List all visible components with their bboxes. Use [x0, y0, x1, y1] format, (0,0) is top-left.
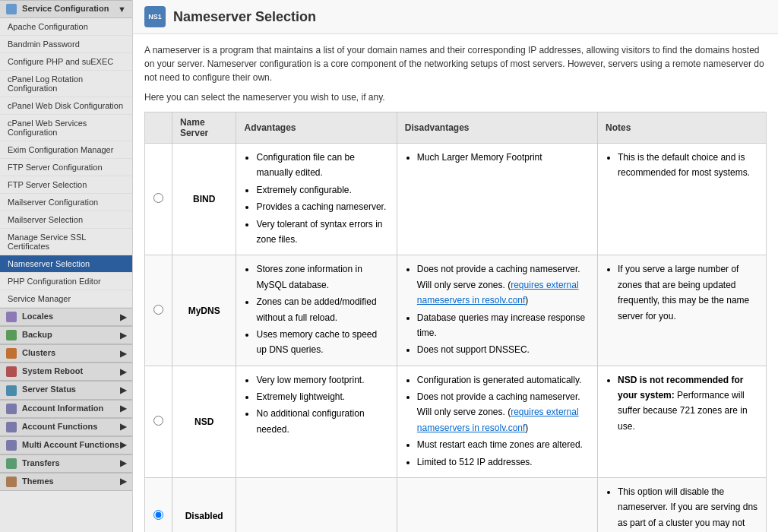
themes-label: Themes: [22, 477, 54, 486]
chevron-right-icon10: ▶: [120, 477, 126, 486]
server-status-icon: [6, 385, 17, 396]
disabled-radio-cell[interactable]: [145, 478, 172, 532]
sidebar-item-bandmin[interactable]: Bandmin Password: [0, 36, 132, 53]
nsd-disadvantages: Configuration is generated automatically…: [397, 366, 597, 477]
multi-account-icon: [6, 440, 17, 451]
locales-icon: [6, 312, 17, 322]
disabled-advantages: [236, 478, 397, 532]
page-icon: NS1: [144, 6, 166, 27]
mydns-radio-cell[interactable]: [145, 255, 172, 366]
bind-radio[interactable]: [153, 193, 163, 203]
nameserver-table: Name Server Advantages Disadvantages Not…: [144, 112, 767, 532]
table-header-advantages: Advantages: [236, 112, 397, 144]
sidebar: Service Configuration ▼ Apache Configura…: [0, 0, 133, 532]
table-header-radio: [145, 112, 172, 144]
nsd-notes: NSD is not recommended for your system: …: [598, 366, 767, 477]
transfers-label: Transfers: [22, 458, 60, 467]
table-row-disabled: Disabled This option will disable the na…: [145, 478, 767, 532]
mydns-radio[interactable]: [153, 305, 163, 315]
themes-icon: [6, 477, 17, 487]
bind-notes: This is the default choice and is recomm…: [598, 144, 767, 255]
table-row-mydns: MyDNS Stores zone information in MySQL d…: [145, 255, 767, 366]
bind-name: BIND: [172, 144, 236, 255]
service-config-icon: [6, 4, 17, 14]
backup-icon: [6, 330, 17, 340]
sidebar-section-transfers[interactable]: Transfers ▶: [0, 454, 132, 473]
account-info-label: Account Information: [22, 404, 104, 413]
mydns-resolv-link[interactable]: requires external nameservers in resolv.…: [417, 280, 579, 306]
mydns-disadvantages: Does not provide a caching nameserver. W…: [397, 255, 597, 366]
table-header-name: Name Server: [172, 112, 236, 144]
table-header-disadvantages: Disadvantages: [397, 112, 597, 144]
sidebar-section-backup[interactable]: Backup ▶: [0, 326, 132, 344]
sidebar-section-account-info[interactable]: Account Information ▶: [0, 400, 132, 418]
sidebar-item-mailserver-config[interactable]: Mailserver Configuration: [0, 194, 132, 211]
chevron-right-icon8: ▶: [120, 440, 126, 450]
chevron-right-icon6: ▶: [120, 404, 126, 413]
server-status-label: Server Status: [22, 385, 76, 394]
nsd-resolv-link[interactable]: requires external nameservers in resolv.…: [417, 407, 579, 432]
chevron-down-icon: ▼: [118, 5, 126, 14]
bind-disadvantages: Much Larger Memory Footprint: [397, 144, 597, 255]
system-reboot-label: System Reboot: [22, 366, 83, 375]
sidebar-item-log-rotation[interactable]: cPanel Log Rotation Configuration: [0, 71, 132, 97]
nsd-advantages: Very low memory footprint. Extremely lig…: [236, 366, 397, 477]
clusters-icon: [6, 348, 17, 359]
table-row-nsd: NSD Very low memory footprint. Extremely…: [145, 366, 767, 477]
chevron-right-icon7: ▶: [120, 422, 126, 432]
account-info-icon: [6, 404, 17, 414]
backup-label: Backup: [22, 330, 52, 339]
chevron-right-icon4: ▶: [120, 367, 126, 377]
sidebar-item-php-editor[interactable]: PHP Configuration Editor: [0, 273, 132, 290]
sidebar-section-clusters[interactable]: Clusters ▶: [0, 344, 132, 363]
disabled-notes: This option will disable the nameserver.…: [598, 478, 767, 532]
sidebar-section-themes[interactable]: Themes ▶: [0, 473, 132, 491]
sidebar-section-multi-account[interactable]: Multi Account Functions ▶: [0, 436, 132, 454]
sidebar-section-locales[interactable]: Locales ▶: [0, 308, 132, 326]
disabled-name: Disabled: [172, 478, 236, 532]
sidebar-section-service-config[interactable]: Service Configuration ▼: [0, 0, 132, 18]
service-config-label: Service Configuration: [22, 4, 109, 13]
multi-account-label: Multi Account Functions: [22, 440, 119, 449]
sidebar-item-nameserver[interactable]: Nameserver Selection: [0, 255, 132, 273]
bind-radio-cell[interactable]: [145, 144, 172, 255]
sidebar-section-server-status[interactable]: Server Status ▶: [0, 381, 132, 399]
main-content: NS1 Nameserver Selection A nameserver is…: [133, 0, 778, 532]
nsd-radio[interactable]: [153, 416, 163, 426]
sidebar-section-system-reboot[interactable]: System Reboot ▶: [0, 363, 132, 381]
sidebar-section-account-functions[interactable]: Account Functions ▶: [0, 418, 132, 436]
mydns-notes: If you serve a large number of zones tha…: [598, 255, 767, 366]
chevron-right-icon3: ▶: [120, 349, 126, 359]
nsd-notes-bold: NSD is not recommended for your system:: [618, 375, 743, 401]
page-body: A nameserver is a program that maintains…: [133, 34, 778, 532]
nsd-radio-cell[interactable]: [145, 366, 172, 477]
sidebar-item-ftp-config[interactable]: FTP Server Configuration: [0, 159, 132, 176]
chevron-right-icon2: ▶: [120, 331, 126, 340]
sidebar-item-mailserver-selection[interactable]: Mailserver Selection: [0, 211, 132, 229]
table-header-notes: Notes: [598, 112, 767, 144]
sidebar-item-exim[interactable]: Exim Configuration Manager: [0, 141, 132, 159]
page-description: A nameserver is a program that maintains…: [144, 43, 767, 84]
sidebar-item-web-disk[interactable]: cPanel Web Disk Configuration: [0, 97, 132, 115]
sidebar-items-service: Apache Configuration Bandmin Password Co…: [0, 18, 132, 308]
transfers-icon: [6, 458, 17, 469]
disabled-radio[interactable]: [153, 510, 163, 520]
sidebar-item-ssl-certs[interactable]: Manage Service SSL Certificates: [0, 229, 132, 255]
sidebar-item-service-manager[interactable]: Service Manager: [0, 290, 132, 308]
table-row-bind: BIND Configuration file can be manually …: [145, 144, 767, 255]
page-instruction: Here you can select the nameserver you w…: [144, 92, 767, 103]
sidebar-item-php-suexec[interactable]: Configure PHP and suEXEC: [0, 53, 132, 71]
mydns-name: MyDNS: [172, 255, 236, 366]
chevron-right-icon9: ▶: [120, 458, 126, 468]
sidebar-item-apache[interactable]: Apache Configuration: [0, 18, 132, 36]
mydns-advantages: Stores zone information in MySQL databas…: [236, 255, 397, 366]
sidebar-item-ftp-selection[interactable]: FTP Server Selection: [0, 176, 132, 194]
chevron-right-icon: ▶: [120, 312, 126, 322]
disabled-disadvantages: [397, 478, 597, 532]
page-title: Nameserver Selection: [173, 9, 316, 25]
locales-label: Locales: [22, 312, 53, 321]
bind-advantages: Configuration file can be manually edite…: [236, 144, 397, 255]
nsd-name: NSD: [172, 366, 236, 477]
sidebar-item-web-services[interactable]: cPanel Web Services Configuration: [0, 115, 132, 141]
account-functions-label: Account Functions: [22, 422, 98, 431]
